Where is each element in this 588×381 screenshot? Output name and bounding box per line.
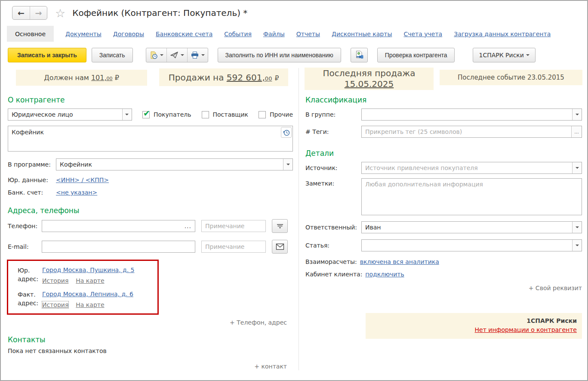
last-event-text: Последнее событие 23.05.2015: [458, 74, 564, 81]
name-history-button[interactable]: [281, 127, 292, 138]
spark-risks-button[interactable]: 1СПАРК Риски: [473, 48, 535, 62]
favorite-star-icon[interactable]: ☆: [55, 6, 65, 20]
inn-kpp-link[interactable]: <ИНН> / <КПП>: [56, 177, 109, 183]
other-checkbox[interactable]: Прочие: [259, 111, 293, 118]
tab-reports[interactable]: Отчеты: [296, 31, 320, 37]
tab-counterparty-data-load[interactable]: Загрузка данных контрагента: [454, 31, 551, 37]
fill-by-inn-button[interactable]: Заполнить по ИНН или наименованию: [218, 48, 341, 62]
sales-panel: Продажи на 592 601,00 ₽: [159, 68, 288, 86]
tags-label: # Теги:: [305, 128, 361, 135]
tags-field[interactable]: ...: [361, 126, 582, 138]
full-name-value: Кофейник: [12, 129, 44, 136]
add-phone-address-link[interactable]: + Телефон, адрес: [230, 319, 287, 326]
ruble-sign: ₽: [115, 74, 119, 82]
debt-amount-link[interactable]: 101,: [91, 74, 107, 82]
legal-address-history-link[interactable]: История: [42, 277, 68, 284]
notes-textarea[interactable]: [361, 178, 582, 215]
email-label: E-mail:: [8, 243, 42, 250]
tab-contracts[interactable]: Договоры: [113, 31, 144, 37]
chevron-down-icon: [576, 245, 579, 246]
paper-plane-icon: [170, 51, 179, 59]
counterparty-dossier-button[interactable]: [351, 48, 368, 62]
in-program-dropdown-button[interactable]: [283, 159, 292, 170]
fact-address-map-link[interactable]: На карте: [76, 301, 104, 308]
entity-type-input[interactable]: [8, 109, 122, 120]
tab-accounting-accounts[interactable]: Счета учета: [403, 31, 442, 37]
fact-address-link[interactable]: Город Москва, Лепнина, д. 6: [42, 291, 133, 297]
write-email-button[interactable]: [272, 240, 288, 254]
spark-no-info-link[interactable]: Нет информации о контрагенте: [475, 326, 577, 333]
add-custom-field-link[interactable]: + Свой реквизит: [529, 285, 582, 291]
bank-account-label: Банк. счет:: [8, 189, 56, 196]
group-input[interactable]: [362, 109, 572, 120]
legal-address-link[interactable]: Город Москва, Пушкина, д. 5: [42, 266, 135, 273]
phone-more-button[interactable]: ...: [185, 223, 195, 229]
last-sale-label: Последняя продажа: [323, 68, 415, 79]
debt-cents[interactable]: 00: [107, 76, 113, 81]
page-title: Кофейник (Контрагент: Покупатель) *: [72, 8, 247, 18]
fact-address-history-link[interactable]: История: [42, 301, 68, 308]
group-label: В группе:: [305, 111, 361, 118]
article-input[interactable]: [362, 240, 572, 251]
send-button[interactable]: [166, 48, 187, 62]
tab-bank-accounts[interactable]: Банковские счета: [156, 31, 212, 37]
tab-documents[interactable]: Документы: [65, 31, 102, 37]
tab-files[interactable]: Файлы: [263, 31, 285, 37]
phone-options-button[interactable]: [272, 219, 288, 233]
window-header: ← → ☆ Кофейник (Контрагент: Покупатель) …: [12, 4, 247, 22]
source-input[interactable]: [362, 162, 572, 173]
settlements-link[interactable]: включена вся аналитика: [360, 258, 439, 265]
bank-account-link[interactable]: <не указан>: [56, 189, 97, 196]
legal-address-map-link[interactable]: На карте: [76, 277, 104, 284]
tab-main[interactable]: Основное: [7, 26, 54, 42]
email-note-input[interactable]: [201, 241, 266, 253]
supplier-checkbox-label: Поставщик: [213, 111, 249, 118]
phone-note-input[interactable]: [201, 220, 266, 232]
printer-icon: [191, 51, 199, 59]
tab-discount-cards[interactable]: Дисконтные карты: [332, 31, 392, 37]
client-cabinet-label: Кабинет клиента:: [305, 271, 362, 278]
entity-type-select[interactable]: [8, 108, 132, 121]
buyer-checkbox[interactable]: ✔ Покупатель: [142, 111, 191, 118]
supplier-checkbox[interactable]: Поставщик: [202, 111, 249, 118]
client-cabinet-link[interactable]: подключить: [365, 271, 404, 278]
article-dropdown-button[interactable]: [572, 240, 582, 251]
tags-input[interactable]: [362, 126, 571, 137]
last-sale-date-link[interactable]: 15.05.2025: [345, 79, 394, 90]
source-select[interactable]: [361, 162, 582, 174]
group-select[interactable]: [361, 108, 582, 121]
chevron-down-icon: [125, 114, 129, 115]
phone-field[interactable]: ...: [42, 220, 195, 232]
tab-events[interactable]: События: [224, 31, 252, 37]
add-contact-link[interactable]: + контакт: [254, 363, 287, 370]
responsible-input[interactable]: [362, 222, 572, 233]
tags-more-button[interactable]: ...: [571, 126, 582, 137]
check-counterparty-button[interactable]: Проверка контрагента: [377, 48, 455, 62]
email-field[interactable]: [42, 241, 195, 253]
in-program-select[interactable]: [56, 158, 293, 170]
save-button[interactable]: Записать: [92, 48, 133, 62]
forward-button[interactable]: →: [30, 6, 47, 19]
print-button[interactable]: [187, 48, 208, 62]
responsible-label: Ответственный:: [305, 224, 361, 231]
envelope-icon: [276, 243, 284, 250]
responsible-dropdown-button[interactable]: [572, 222, 582, 233]
in-program-input[interactable]: [56, 159, 283, 170]
fact-address-label: Факт.адрес:: [18, 290, 42, 308]
sales-cents[interactable]: 00: [265, 75, 272, 82]
back-arrow-icon: ←: [18, 8, 25, 18]
article-select[interactable]: [361, 239, 582, 251]
create-based-on-button[interactable]: [146, 48, 166, 62]
back-button[interactable]: ←: [12, 6, 30, 19]
sales-amount-link[interactable]: 592 601,: [227, 72, 265, 83]
entity-type-dropdown-button[interactable]: [122, 109, 132, 120]
full-name-field[interactable]: Кофейник: [8, 126, 293, 152]
article-label: Статья:: [305, 242, 361, 249]
phone-input[interactable]: [42, 220, 185, 232]
source-dropdown-button[interactable]: [572, 162, 582, 173]
group-dropdown-button[interactable]: [572, 109, 582, 120]
debt-panel: Должен нам 101,00 ₽: [16, 70, 147, 86]
responsible-select[interactable]: [361, 221, 582, 233]
save-and-close-button[interactable]: Записать и закрыть: [8, 48, 86, 62]
email-input[interactable]: [42, 241, 195, 252]
